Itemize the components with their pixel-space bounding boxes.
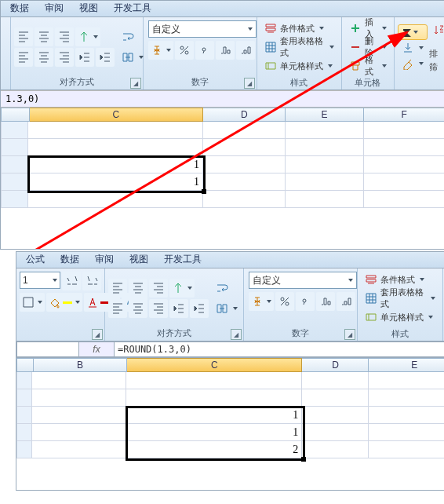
cell[interactable] — [364, 191, 444, 208]
cell[interactable] — [302, 441, 369, 458]
cell[interactable] — [286, 122, 364, 139]
cell[interactable] — [302, 424, 369, 441]
cell[interactable] — [369, 389, 444, 407]
dialog-launcher-button[interactable]: ◢ — [231, 329, 242, 340]
increase-decimal-button[interactable] — [216, 41, 235, 60]
align-top-left-button[interactable] — [14, 27, 33, 46]
cell[interactable] — [364, 173, 444, 191]
spreadsheet-grid[interactable]: CDEF 11 — [1, 108, 444, 249]
currency-button[interactable] — [148, 41, 173, 60]
dialog-launcher-button[interactable]: ◢ — [130, 78, 141, 89]
tab-dev[interactable]: 开发工具 — [156, 251, 209, 268]
fill-button[interactable] — [398, 40, 428, 56]
align-top-right-button[interactable] — [149, 279, 168, 298]
cell[interactable] — [32, 441, 126, 458]
font-size-dropdown[interactable]: 1 — [20, 272, 60, 289]
align-top-left-button[interactable] — [108, 279, 127, 298]
formula-buttons[interactable]: fx — [79, 341, 115, 357]
column-header[interactable]: F — [364, 108, 444, 122]
cell[interactable] — [302, 389, 369, 407]
format-as-table-button[interactable]: 套用表格格式 — [260, 38, 338, 57]
cell[interactable] — [369, 407, 444, 424]
tab-review[interactable]: 审阅 — [37, 0, 71, 16]
border-button[interactable] — [20, 293, 45, 312]
percent-button[interactable] — [175, 41, 194, 60]
column-header[interactable]: E — [286, 108, 364, 122]
number-format-dropdown[interactable]: 自定义 — [249, 272, 357, 289]
grow-font-button[interactable] — [62, 272, 81, 290]
orientation-button[interactable] — [169, 279, 195, 298]
cell[interactable] — [32, 389, 126, 407]
comma-button[interactable] — [296, 292, 315, 311]
cell[interactable] — [28, 122, 203, 139]
cell[interactable] — [286, 173, 364, 191]
autosum-button[interactable] — [398, 24, 428, 40]
cell[interactable] — [286, 139, 364, 156]
column-header[interactable]: E — [369, 358, 444, 372]
column-header[interactable]: D — [203, 108, 286, 122]
cell[interactable]: 1 — [28, 173, 203, 191]
cell[interactable] — [369, 441, 444, 458]
cell[interactable] — [203, 156, 286, 173]
dialog-launcher-button[interactable]: ◢ — [92, 329, 103, 340]
column-header[interactable]: B — [34, 358, 128, 372]
tab-review[interactable]: 审阅 — [87, 251, 122, 268]
column-header[interactable]: C — [127, 358, 302, 372]
cell[interactable]: 2 — [126, 441, 303, 458]
name-box[interactable] — [16, 341, 79, 357]
cell[interactable]: 1 — [126, 424, 303, 441]
cell[interactable] — [32, 372, 126, 389]
formula-bar[interactable]: 1.3,0) — [1, 90, 444, 108]
indent-decrease-button[interactable] — [169, 299, 188, 318]
clear-button[interactable] — [398, 56, 428, 71]
tab-view[interactable]: 视图 — [71, 0, 106, 16]
cell[interactable] — [364, 122, 444, 139]
align-left-button[interactable] — [108, 299, 127, 318]
merge-center-button[interactable] — [212, 299, 242, 318]
cell[interactable] — [369, 424, 444, 441]
align-center-button[interactable] — [129, 299, 147, 318]
cell[interactable] — [286, 156, 364, 173]
indent-increase-button[interactable] — [96, 48, 115, 67]
number-format-dropdown[interactable]: 自定义 — [148, 20, 257, 38]
align-left-button[interactable] — [14, 48, 33, 67]
dialog-launcher-button[interactable]: ◢ — [344, 329, 355, 340]
cell[interactable] — [364, 139, 444, 156]
cell[interactable]: 1 — [126, 407, 303, 424]
cell[interactable] — [364, 156, 444, 173]
cell[interactable] — [203, 191, 286, 208]
spreadsheet-grid[interactable]: BCDE 112 — [16, 358, 444, 490]
decrease-decimal-button[interactable] — [236, 41, 255, 60]
shrink-font-button[interactable] — [82, 272, 101, 290]
formula-input[interactable]: =ROUND(1.3,0) — [115, 341, 444, 357]
currency-button[interactable] — [249, 292, 274, 311]
format-as-table-button[interactable]: 套用表格格式 — [361, 289, 439, 308]
cell[interactable] — [203, 173, 286, 191]
cell[interactable] — [28, 191, 203, 208]
fill-color-button[interactable] — [46, 293, 82, 312]
comma-button[interactable] — [195, 41, 214, 60]
dialog-launcher-button[interactable]: ◢ — [244, 78, 255, 89]
align-center-button[interactable] — [35, 48, 53, 67]
tab-data[interactable]: 数据 — [53, 251, 87, 268]
align-top-right-button[interactable] — [55, 27, 74, 46]
indent-decrease-button[interactable] — [75, 48, 94, 67]
cell-styles-button[interactable]: 单元格样式 — [260, 57, 338, 75]
indent-increase-button[interactable] — [190, 299, 209, 318]
decrease-decimal-button[interactable] — [337, 292, 355, 311]
cell[interactable] — [302, 372, 369, 389]
increase-decimal-button[interactable] — [316, 292, 335, 311]
cell[interactable] — [126, 372, 303, 389]
tab-dev[interactable]: 开发工具 — [106, 0, 159, 16]
cell[interactable]: 1 — [28, 156, 203, 173]
cell[interactable] — [286, 191, 364, 208]
tab-view[interactable]: 视图 — [122, 251, 156, 268]
percent-button[interactable] — [275, 292, 294, 311]
cell-styles-button[interactable]: 单元格样式 — [361, 308, 439, 327]
align-right-button[interactable] — [149, 299, 168, 318]
align-right-button[interactable] — [55, 48, 74, 67]
tab-data[interactable]: 数据 — [2, 0, 37, 16]
cell[interactable] — [302, 407, 369, 424]
cell[interactable] — [32, 424, 126, 441]
wrap-text-button[interactable] — [212, 279, 242, 298]
